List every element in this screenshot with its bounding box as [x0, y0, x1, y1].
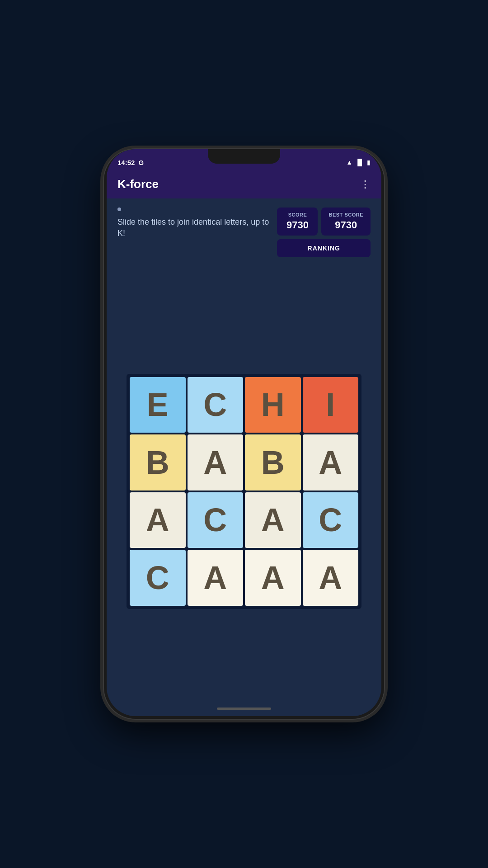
home-indicator — [217, 708, 271, 710]
tile[interactable]: A — [130, 492, 186, 548]
tile[interactable]: C — [130, 550, 186, 606]
tile[interactable]: H — [245, 377, 301, 433]
info-text-area: Slide the tiles to join identical letter… — [117, 208, 270, 239]
score-value: 9730 — [284, 219, 310, 231]
tile[interactable]: E — [130, 377, 186, 433]
game-board-container: ECHIBABAACACCAAA — [107, 266, 381, 716]
more-menu-button[interactable]: ⋮ — [360, 179, 371, 190]
google-icon: G — [138, 159, 144, 166]
tile[interactable]: A — [188, 434, 244, 491]
score-label: SCORE — [284, 212, 310, 217]
tile[interactable]: A — [188, 550, 244, 606]
wifi-icon: ▲ — [346, 159, 352, 166]
tile[interactable]: C — [188, 377, 244, 433]
best-score-value: 9730 — [328, 219, 363, 231]
ranking-button[interactable]: RANKING — [277, 239, 371, 257]
tile[interactable]: I — [303, 377, 359, 433]
score-box: SCORE 9730 — [277, 208, 318, 236]
tile[interactable]: C — [303, 492, 359, 548]
scores-row: SCORE 9730 BEST SCORE 9730 — [277, 208, 371, 236]
status-right: ▲ ▐▌ ▮ — [346, 159, 371, 166]
tile[interactable]: B — [245, 434, 301, 491]
app-header: K-force ⋮ — [107, 172, 381, 198]
tile[interactable]: A — [303, 434, 359, 491]
info-section: Slide the tiles to join identical letter… — [107, 198, 381, 266]
app-title: K-force — [117, 177, 159, 191]
phone-frame: 14:52 G ▲ ▐▌ ▮ K-force ⋮ Slide the tiles… — [104, 149, 384, 719]
time-display: 14:52 — [117, 159, 135, 166]
status-left: 14:52 G — [117, 159, 144, 166]
info-dot — [117, 208, 121, 211]
phone-notch — [208, 149, 280, 164]
tile[interactable]: A — [303, 550, 359, 606]
tile[interactable]: C — [188, 492, 244, 548]
main-content: 14:52 G ▲ ▐▌ ▮ K-force ⋮ Slide the tiles… — [107, 149, 381, 716]
game-board[interactable]: ECHIBABAACACCAAA — [127, 374, 361, 609]
tile[interactable]: A — [245, 550, 301, 606]
tile[interactable]: A — [245, 492, 301, 548]
best-score-label: BEST SCORE — [328, 212, 363, 217]
info-description: Slide the tiles to join identical letter… — [117, 217, 270, 239]
tile[interactable]: B — [130, 434, 186, 491]
scores-area: SCORE 9730 BEST SCORE 9730 RANKING — [277, 208, 371, 257]
battery-icon: ▮ — [367, 159, 371, 166]
signal-icon: ▐▌ — [355, 159, 364, 166]
phone-screen: 14:52 G ▲ ▐▌ ▮ K-force ⋮ Slide the tiles… — [107, 149, 381, 716]
best-score-box: BEST SCORE 9730 — [321, 208, 371, 236]
